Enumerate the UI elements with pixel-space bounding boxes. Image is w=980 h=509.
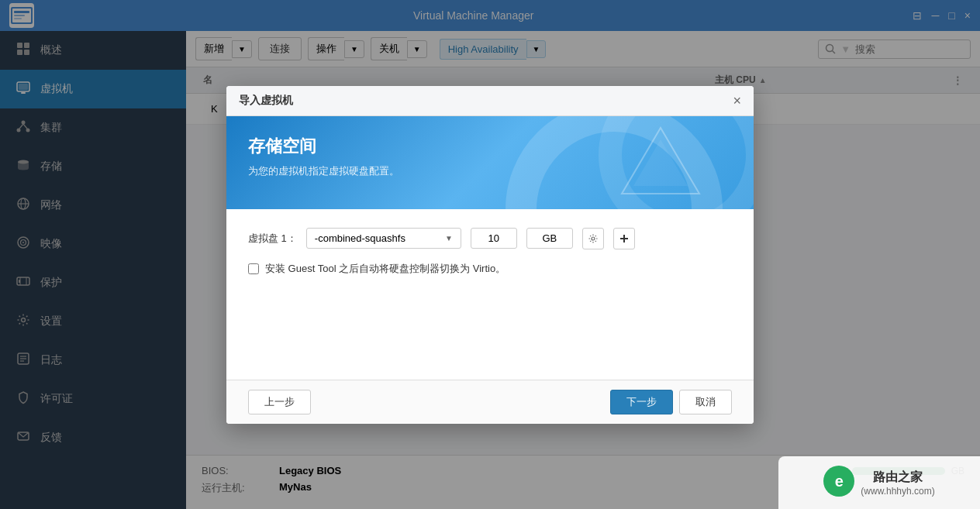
import-vm-modal: 导入虚拟机 × 存储空间 为您的虚拟机指定虚拟硬盘配置。 虚拟盘 1： -com… [226, 86, 754, 424]
banner-decoration [614, 124, 707, 201]
svg-marker-36 [622, 128, 699, 194]
modal-body: 虚拟盘 1： -combined-squashfs ▼ GB 安装 Guest … [226, 209, 754, 380]
watermark-url: (www.hhhyh.com) [861, 486, 934, 497]
watermark: e 路由之家 (www.hhhyh.com) [778, 456, 980, 509]
modal-overlay: 导入虚拟机 × 存储空间 为您的虚拟机指定虚拟硬盘配置。 虚拟盘 1： -com… [0, 0, 980, 509]
disk-select[interactable]: -combined-squashfs ▼ [306, 228, 461, 249]
disk-label: 虚拟盘 1： [248, 232, 297, 246]
checkbox-row: 安装 Guest Tool 之后自动将硬盘控制器切换为 Virtio。 [248, 262, 732, 276]
modal-titlebar: 导入虚拟机 × [226, 86, 754, 116]
modal-banner-title: 存储空间 [248, 135, 732, 158]
watermark-site: 路由之家 [861, 469, 934, 486]
watermark-logo: e [823, 466, 854, 497]
footer-right-buttons: 下一步 取消 [610, 390, 732, 414]
svg-point-38 [592, 237, 595, 240]
modal-close-button[interactable]: × [733, 94, 741, 108]
virtio-checkbox[interactable] [248, 263, 259, 274]
disk-unit: GB [526, 228, 573, 249]
virtio-label: 安装 Guest Tool 之后自动将硬盘控制器切换为 Virtio。 [265, 262, 506, 276]
disk-config-row: 虚拟盘 1： -combined-squashfs ▼ GB [248, 228, 732, 249]
modal-banner-subtitle: 为您的虚拟机指定虚拟硬盘配置。 [248, 164, 732, 178]
svg-marker-37 [633, 139, 688, 186]
modal-footer: 上一步 下一步 取消 [226, 380, 754, 424]
cancel-button[interactable]: 取消 [679, 390, 732, 414]
disk-settings-button[interactable] [582, 228, 604, 249]
next-button[interactable]: 下一步 [610, 390, 673, 414]
disk-add-button[interactable] [613, 228, 635, 249]
dropdown-arrow: ▼ [445, 234, 453, 242]
modal-title: 导入虚拟机 [239, 94, 293, 108]
disk-size-input[interactable] [471, 228, 517, 249]
prev-button[interactable]: 上一步 [248, 390, 311, 414]
modal-banner: 存储空间 为您的虚拟机指定虚拟硬盘配置。 [226, 116, 754, 209]
